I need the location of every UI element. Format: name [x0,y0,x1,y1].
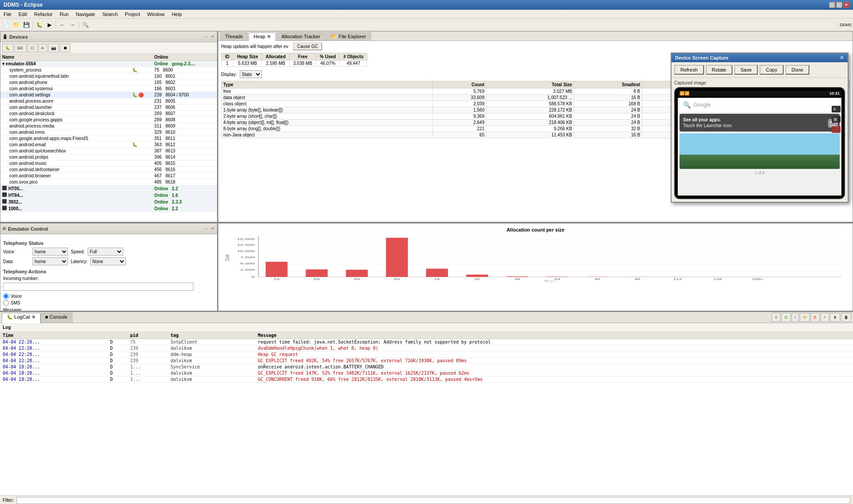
tb-search[interactable]: 🔍 [80,20,90,30]
tb-new[interactable]: 📄 [1,20,11,30]
filter-input[interactable] [16,497,850,504]
heap-size-val: 5.633 MB [233,60,262,67]
tab-heap[interactable]: Heap ✕ [249,32,275,41]
tab-console[interactable]: ■ Console [40,313,72,323]
close-button[interactable]: ✕ [843,2,849,8]
device-ht05[interactable]: HT05... Online 2.2 [0,185,217,192]
logcat-v-btn[interactable]: V [772,313,781,322]
menu-project[interactable]: Project [121,11,144,18]
minimize-button[interactable]: – [829,2,835,8]
latency-select[interactable]: None GPRS [90,257,126,265]
menu-edit[interactable]: Edit [15,11,31,18]
process-acore[interactable]: android.process.acore 231 8605 [0,98,217,104]
process-latin[interactable]: com.android.inputmethod.latin 160 8601 [0,73,217,80]
process-phone[interactable]: com.android.phone 165 8602 [0,80,217,86]
done-button[interactable]: Done [785,65,809,75]
process-media[interactable]: android.process.media 311 8609 [0,123,217,129]
tb-open[interactable]: 📁 [11,20,21,30]
display-select[interactable]: Stats Linear [240,70,262,78]
data-select[interactable]: home roaming [32,257,68,265]
svg-text:15,000: 15,000 [237,238,255,240]
device-1000[interactable]: 1000... Online 2.2 [0,205,217,212]
menu-file[interactable]: File [0,11,15,18]
process-browser[interactable]: com.android.browser 467 8617 [0,173,217,179]
tb-debug[interactable]: 🐛 [34,20,44,30]
menu-refactor[interactable]: Refactor [31,11,56,18]
launcher-hint-text: Touch the Launcher icon. [683,123,733,128]
cause-gc-button[interactable]: Cause GC [293,43,322,50]
devices-screenshot-btn[interactable]: 📷 [48,44,59,52]
rotate-button[interactable]: Rotate [706,65,732,75]
process-protips[interactable]: com.android.protips 396 8614 [0,154,217,160]
voice-radio[interactable] [3,293,9,299]
devices-content[interactable]: Name Online ▾ emulator-5554 Online goog-… [0,54,217,222]
svg-text:112: 112 [673,278,682,280]
heap-info-bar: Heap updates will happen after ev Cause … [218,41,853,52]
logcat-e-btn[interactable]: E [811,313,820,322]
col-heapsize: Heap Size [233,53,262,60]
emulator-close-btn[interactable]: ✕ [210,226,215,232]
tab-threads[interactable]: Threads [220,32,248,40]
devices-debug-btn[interactable]: 🐛 [2,44,13,52]
process-defcontainer[interactable]: com.android.defcontainer 456 8616 [0,167,217,173]
logcat-d-btn[interactable]: D [781,313,791,322]
devices-heap-btn[interactable]: ⬡ [28,44,37,52]
svg-text:32: 32 [474,278,480,280]
tb-perspective[interactable]: DDMS [840,20,853,30]
process-deskclock[interactable]: com.android.deskclock 269 8607 [0,111,217,117]
tb-run[interactable]: ▶ [44,20,54,30]
process-settings[interactable]: com.android.settings 🐛 🔴 239 8604 / 8700 [0,92,217,98]
refresh-button[interactable]: Refresh [674,65,704,75]
svg-text:96: 96 [635,278,640,280]
tab-logcat[interactable]: 🐛 LogCat ✕ [2,313,40,323]
incoming-number-label: Incoming number: [3,276,214,281]
tb-back[interactable]: ← [57,20,67,30]
process-systemui[interactable]: com.android.systemui 166 8603 [0,86,217,92]
device-ht84[interactable]: HT84... Online 1.6 [0,192,217,199]
process-search[interactable]: com.android.quicksearchbox 387 8613 [0,148,217,154]
devices-alloc-btn[interactable]: A [38,44,47,52]
tab-allocation[interactable]: Allocation Tracker [277,32,325,40]
devices-gc-btn[interactable]: GC [14,44,27,52]
process-system[interactable]: system_process 🐛 75 8600 [0,67,217,73]
emulator-minimize-btn[interactable]: – [204,226,209,232]
menu-navigate[interactable]: Navigate [72,11,98,18]
process-pico[interactable]: com.svox.pico 485 8618 [0,179,217,185]
process-launcher[interactable]: com.android.launcher 237 8606 [0,104,217,111]
device-emulator[interactable]: ▾ emulator-5554 Online goog-2.3.... [0,61,217,67]
maximize-button[interactable]: □ [836,2,842,8]
incoming-number-input[interactable] [3,283,193,291]
devices-panel: 📱 Devices – ✕ 🐛 GC ⬡ A 📷 ⏹ N [0,31,218,222]
process-gapps[interactable]: com.google.process.gapps 289 8608 [0,117,217,123]
logcat-content[interactable]: Time pid tag Message 04-04 22:20... D 75 [0,332,853,495]
save-button[interactable]: Save [734,65,758,75]
voice-select[interactable]: home roaming [32,248,68,256]
copy-button[interactable]: Copy [760,65,784,75]
tb-save[interactable]: 💾 [21,20,31,30]
menu-run[interactable]: Run [56,11,72,18]
speed-select[interactable]: Full GSM GPRS [88,248,123,256]
tb-fwd[interactable]: → [68,20,77,30]
device-3932[interactable]: 3932... Online 2.3.3 [0,199,217,205]
devices-stop-btn[interactable]: ⏹ [60,44,70,52]
logcat-add-btn[interactable]: + [821,313,829,322]
menu-help[interactable]: Help [168,11,185,18]
menu-search[interactable]: Search [99,11,121,18]
devices-minimize-btn[interactable]: – [204,34,209,40]
emulator-panel-header: ⚙ Emulator Control – ✕ [0,224,217,234]
screen-capture-close-btn[interactable]: ✕ [840,55,844,61]
logcat-pause-btn[interactable]: ⏸ [830,313,840,322]
menu-window[interactable]: Window [144,11,168,18]
process-music[interactable]: com.android.music 405 8615 [0,160,217,167]
sms-radio[interactable] [3,300,9,306]
process-maps[interactable]: com.google.android.apps.maps:FriendS 351… [0,136,217,142]
process-mms[interactable]: com.android.mms 329 8610 [0,129,217,136]
process-email[interactable]: com.android.email 🐛 363 8612 [0,142,217,148]
logcat-w-btn[interactable]: W [800,313,810,322]
devices-close-btn[interactable]: ✕ [210,34,215,40]
launcher-hint-title: See all your apps. [683,117,733,122]
tab-file-explorer[interactable]: 📂 File Explorer [326,32,371,40]
phone-edge-btn1: ≡ [832,106,841,112]
logcat-clear-btn[interactable]: 🗑 [841,313,851,322]
logcat-i-btn[interactable]: I [792,313,799,322]
